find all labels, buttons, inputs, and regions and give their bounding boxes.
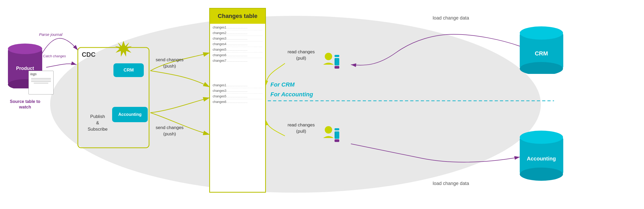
- svg-rect-10: [335, 59, 336, 65]
- svg-rect-15: [335, 132, 336, 138]
- connector-top-svg: [322, 53, 340, 70]
- change-row: changes1........................: [213, 83, 263, 88]
- send-changes-bottom-label: send changes(push): [156, 125, 184, 137]
- svg-rect-14: [335, 128, 339, 130]
- ellipse-background: [50, 16, 541, 193]
- logs-line3: [31, 81, 51, 82]
- send-changes-top-label: send changes(push): [156, 57, 184, 69]
- cdc-label: CDC: [82, 51, 96, 58]
- accounting-cdc-button[interactable]: Accounting: [112, 107, 148, 122]
- read-changes-bottom-label: read changes(pull): [288, 122, 315, 135]
- catch-changes-label: Catch changes: [43, 54, 66, 58]
- cdc-box: [78, 48, 149, 148]
- svg-rect-11: [335, 66, 339, 69]
- crm-cylinder: CRM: [520, 25, 563, 74]
- parse-journal-label: Parse journal: [39, 32, 62, 37]
- load-change-top-label: load change data: [433, 15, 469, 21]
- crm-cdc-button[interactable]: CRM: [113, 63, 144, 77]
- svg-point-21: [520, 131, 563, 144]
- changes-table-header: Changes table: [210, 9, 265, 24]
- change-row: changes5........................: [213, 47, 263, 53]
- zigzag-area: [210, 64, 265, 82]
- send-changes-bottom-arrow2: [150, 98, 210, 113]
- connector-icons-bottom: [322, 126, 340, 143]
- change-row: changes4........................: [213, 41, 263, 47]
- svg-point-7: [325, 53, 332, 60]
- send-changes-top-arrow2: [150, 71, 210, 87]
- svg-rect-9: [335, 55, 339, 57]
- connector-icons-top: [322, 53, 340, 70]
- publish-subscribe-label: Publish&Subscribe: [80, 113, 115, 132]
- accounting-right-label: Accounting: [527, 156, 556, 162]
- svg-point-5: [8, 44, 42, 54]
- logs-label: logs: [29, 71, 53, 77]
- change-row: changes2........................: [213, 30, 263, 36]
- for-crm-label: For CRM: [270, 81, 295, 88]
- read-changes-top-label: read changes(pull): [288, 49, 315, 61]
- load-change-bottom-arrow: [351, 144, 520, 162]
- crm-cylinder-svg: CRM: [520, 25, 563, 74]
- changes-rows-top: changes1........................ changes…: [210, 24, 265, 64]
- changes-rows-bottom: changes1........................ changes…: [210, 82, 265, 106]
- svg-point-18: [520, 26, 563, 40]
- diagram-container: Product logs Source table to watch Parse…: [0, 0, 644, 209]
- change-row: changes3........................: [213, 88, 263, 94]
- change-row: changes6........................: [213, 53, 263, 58]
- svg-rect-16: [335, 139, 339, 142]
- source-table-label: Source table to watch: [4, 99, 46, 110]
- connector-bottom-svg: [322, 126, 340, 143]
- crm-right-label: CRM: [535, 50, 548, 57]
- accounting-cylinder: Accounting: [520, 129, 563, 181]
- changes-table-box: Changes table changes1..................…: [209, 8, 266, 193]
- logs-document: logs: [28, 71, 54, 94]
- svg-point-22: [520, 168, 563, 181]
- parse-journal-arrow: [41, 38, 78, 55]
- change-row: changes6........................: [213, 99, 263, 104]
- change-row: changes5........................: [213, 94, 263, 99]
- crm-cdc-label: CRM: [123, 68, 134, 73]
- change-row: changes3........................: [213, 36, 263, 41]
- svg-point-12: [325, 126, 332, 134]
- for-accounting-label: For Accounting: [270, 91, 313, 98]
- logs-line1: [31, 78, 51, 79]
- source-table-text: Source table to watch: [10, 99, 40, 109]
- logs-line2: [31, 80, 51, 80]
- load-change-top-arrow: [351, 34, 520, 65]
- logs-line4: [34, 83, 48, 83]
- accounting-cdc-label: Accounting: [118, 112, 142, 117]
- product-label: Product: [16, 66, 34, 71]
- accounting-cylinder-svg: Accounting: [520, 129, 563, 181]
- load-change-bottom-label: load change data: [433, 181, 469, 186]
- change-row: changes1........................: [213, 25, 263, 30]
- read-changes-bottom-arrow: [265, 119, 285, 136]
- change-row: changes7........................: [213, 58, 263, 63]
- cdc-star-icon: [115, 41, 132, 57]
- catch-changes-arrow: [46, 64, 77, 67]
